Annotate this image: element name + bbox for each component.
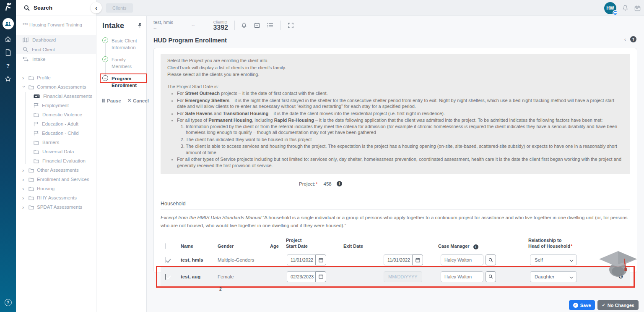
sidebar-item-spdat-assessments[interactable]: › SPDAT Assessments [16,202,96,212]
sidebar-item-housing[interactable]: › Housing [16,184,96,193]
tree-label: RHY Assessments [37,195,77,200]
instruction-line: ClientTrack will display a list of clien… [167,65,623,71]
calendar-button[interactable] [315,271,326,282]
sidebar-item-profile[interactable]: › Profile [16,73,96,82]
collapse-panel-icon[interactable]: ‹ [624,36,626,42]
col-case-manager: Case Manager i [436,243,526,249]
sidebar-item-employment[interactable]: Employment [16,101,96,110]
case-manager-input[interactable] [441,254,483,265]
sidebar-item-enrollment-and-services[interactable]: › Enrollment and Services [16,175,96,184]
household-table: Name Gender Age Project Start Date Exit … [161,237,630,286]
workflow-steps: ✓ Basic Client Information ✓ Family Memb… [102,37,142,89]
client-id-label: ClientID [213,20,228,24]
no-changes-button[interactable]: ✓ No Changes [597,300,639,310]
sidebar-item-universal-data[interactable]: Universal Data [16,147,96,156]
folder-icon [29,76,34,80]
col-relationship: Relationship to Head of Household* [526,237,587,249]
sidebar-nav: Dashboard Find Client Intake [16,35,96,64]
tab-clients[interactable]: Clients [106,3,133,13]
main-content: test, hmis -- -- ClientID 3392 HUD Pro [147,16,644,312]
case-manager-search-button[interactable] [486,254,496,265]
relationship-value: Self [535,257,543,262]
calendar-button[interactable] [412,254,423,265]
search-input[interactable]: Search [16,0,96,16]
table-row: test, hmis Multiple-Genders [161,253,630,267]
start-date-input[interactable] [287,271,315,282]
sidebar-item-rhy-assessments[interactable]: › RHY Assessments [16,193,96,202]
notifications-bell-icon[interactable] [622,5,628,11]
clients-module-icon[interactable] [3,18,14,29]
sidebar-item-dashboard[interactable]: Dashboard [16,35,96,45]
collapse-sidebar-button[interactable]: ‹ [91,2,102,13]
step-program-enrollment[interactable]: → Program Enrollment [102,75,142,89]
organization-name[interactable]: *** Housing Forward Training [16,16,96,33]
divider [280,21,281,30]
flag-icon [34,103,39,108]
task-list-icon[interactable] [267,23,273,28]
sidebar-item-common-assessments[interactable]: › Common Assessments [16,82,96,92]
enrollment-card: Select the Project you are enrolling the… [153,48,637,273]
flag-icon [34,121,39,126]
sidebar-item-find-client[interactable]: Find Client [16,45,96,54]
sidebar-item-domestic-violence[interactable]: Domestic Violence [16,110,96,119]
sidebar-item-other-assessments[interactable]: › Other Assessments [16,165,96,175]
row-checkbox[interactable] [165,274,166,280]
client-header: test, hmis -- -- ClientID 3392 [147,16,644,34]
calendar-icon[interactable] [254,22,260,28]
pause-icon [102,99,105,102]
help-icon[interactable]: ? [6,63,10,69]
instruction-line: Please select all the clients you are en… [167,71,623,78]
start-date-input[interactable] [287,254,315,265]
page-help-icon[interactable]: ? [630,36,636,42]
training-graduation-cap-icon[interactable] [598,250,638,277]
folder-icon [29,85,34,89]
notifications-bell-icon[interactable] [241,22,247,29]
relationship-select[interactable]: Daughter [530,271,577,282]
home-icon[interactable] [5,36,11,42]
folder-icon [29,186,34,191]
tree-label: Employment [42,103,69,108]
case-manager-input[interactable] [441,271,483,282]
document-icon[interactable] [5,49,11,56]
bottom-help-icon[interactable]: ? [5,299,12,306]
sidebar-item-barriers[interactable]: Barriers [16,138,96,147]
exit-date-input-disabled [384,271,422,282]
sidebar-item-financial-assessments[interactable]: Financial Assessments [16,92,96,101]
project-value[interactable]: 458 [323,181,331,186]
calendar-button[interactable] [315,254,326,265]
step-basic-client-information[interactable]: ✓ Basic Client Information [102,37,142,51]
search-icon [488,274,493,279]
excerpt-source: Excerpt from the HMIS Data Standards Man… [161,215,261,220]
save-button[interactable]: ✓ Save [569,300,595,310]
sidebar-item-education-adult[interactable]: Education - Adult [16,119,96,128]
calendar-icon[interactable] [634,5,641,11]
common-assessments-children: Financial Assessments Employment Domesti… [16,92,96,165]
avatar[interactable]: HW [604,2,616,14]
select-all-checkbox[interactable] [165,243,166,249]
pause-button[interactable]: Pause [102,98,121,103]
exit-date-input[interactable] [384,254,412,265]
folder-icon [29,205,34,210]
sidebar-item-intake[interactable]: Intake [16,54,96,64]
tree-label: Enrollment and Services [37,177,89,182]
favorites-star-icon[interactable] [5,76,11,82]
step-family-members[interactable]: ✓ Family Members [102,56,142,70]
relationship-value: Daughter [535,274,554,279]
instruction-list: For Street Outreach projects – it is the… [167,90,623,168]
pin-icon[interactable] [138,23,142,28]
case-manager-search-button[interactable] [486,271,496,282]
cell-name: test, hmis [177,257,215,262]
instruction-bullet: For Street Outreach projects – it is the… [177,90,623,97]
info-icon[interactable]: i [337,181,342,186]
sidebar-item-financial-evaluation[interactable]: Financial Evaluation [16,156,96,165]
cancel-button[interactable]: ✕ Cancel [127,98,149,103]
sidebar-item-education-child[interactable]: Education - Child [16,128,96,138]
tree-label: Education - Child [42,131,79,136]
fullscreen-expand-icon[interactable] [288,23,293,28]
client-name: test, hmis -- [153,19,173,31]
info-icon[interactable]: i [473,244,478,249]
relationship-select[interactable]: Self [530,254,577,265]
nav-label: Find Client [32,47,55,52]
tree-label: Domestic Violence [42,112,82,117]
chevron-right-icon: › [22,186,26,191]
